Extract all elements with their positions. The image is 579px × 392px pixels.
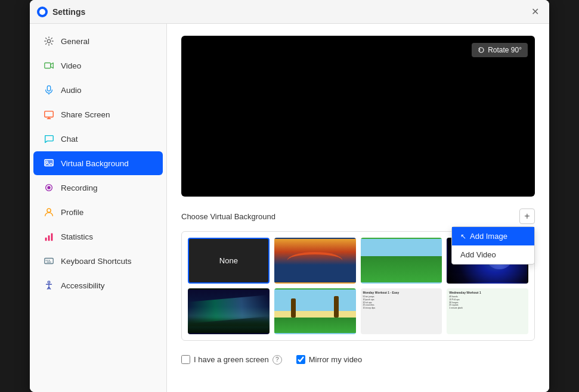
sidebar-item-video[interactable]: Video: [33, 54, 163, 77]
recording-icon: [43, 182, 55, 194]
sidebar-share-screen-label: Share Screen: [61, 110, 110, 119]
gear-icon: [43, 35, 55, 47]
green-screen-help-icon[interactable]: ?: [273, 355, 282, 365]
section-header: Choose Virtual Background + ↖ Add Image …: [181, 209, 535, 224]
sidebar-profile-label: Profile: [61, 208, 83, 217]
profile-icon: [43, 206, 55, 218]
svg-rect-11: [45, 238, 47, 241]
sidebar-item-statistics[interactable]: Statistics: [33, 225, 163, 248]
add-video-item[interactable]: Add Video: [452, 245, 534, 264]
sidebar-chat-label: Chat: [61, 135, 78, 144]
svg-point-10: [47, 209, 51, 212]
window-title: Settings: [52, 7, 85, 17]
green-screen-group: I have a green screen ?: [181, 355, 282, 365]
svg-rect-3: [47, 86, 50, 91]
rotate-button[interactable]: Rotate 90°: [472, 43, 528, 57]
sidebar-item-virtual-background[interactable]: Virtual Background: [33, 151, 163, 175]
title-bar-left: Settings: [37, 7, 85, 17]
background-workout2[interactable]: Wednesday Workout 1 40 bands 10 Pull-ups…: [447, 288, 528, 334]
statistics-icon: [43, 231, 55, 242]
add-background-button[interactable]: +: [519, 209, 535, 224]
keyboard-icon: [43, 255, 55, 267]
svg-point-1: [47, 39, 50, 42]
background-grass[interactable]: [361, 238, 442, 284]
share-screen-icon: [43, 108, 55, 120]
sidebar-audio-label: Audio: [61, 86, 82, 95]
settings-window: Settings ✕ General Video: [30, 0, 549, 392]
green-screen-label: I have a green screen: [194, 355, 269, 364]
none-label: None: [219, 256, 238, 265]
sidebar: General Video Audio Share Screen: [30, 24, 167, 392]
svg-rect-13: [51, 234, 53, 241]
mirror-group: Mirror my video: [296, 355, 363, 364]
sidebar-item-audio[interactable]: Audio: [33, 78, 163, 102]
mirror-video-label: Mirror my video: [309, 355, 363, 364]
svg-rect-14: [45, 259, 53, 264]
sidebar-statistics-label: Statistics: [61, 232, 93, 241]
add-btn-container: + ↖ Add Image Add Video: [519, 209, 535, 224]
svg-rect-5: [45, 111, 53, 117]
svg-rect-12: [48, 235, 50, 241]
cursor-icon: ↖: [460, 232, 466, 241]
sidebar-general-label: General: [61, 37, 89, 46]
sidebar-item-profile[interactable]: Profile: [33, 200, 163, 224]
sidebar-item-share-screen[interactable]: Share Screen: [33, 102, 163, 126]
sidebar-vbg-label: Virtual Background: [61, 159, 129, 168]
background-bridge[interactable]: [274, 238, 356, 284]
sidebar-keyboard-label: Keyboard Shortcuts: [61, 257, 132, 266]
background-workout1[interactable]: Monday Workout 1 - Easy 50 air jumps 10 …: [361, 288, 442, 334]
video-preview: Rotate 90°: [181, 36, 535, 197]
background-none[interactable]: None: [188, 238, 270, 284]
sidebar-item-keyboard-shortcuts[interactable]: Keyboard Shortcuts: [33, 249, 163, 273]
main-content: General Video Audio Share Screen: [30, 24, 549, 392]
close-button[interactable]: ✕: [528, 5, 542, 19]
sidebar-recording-label: Recording: [61, 183, 98, 192]
accessibility-icon: [43, 279, 55, 291]
audio-icon: [43, 84, 55, 96]
green-screen-checkbox[interactable]: [181, 355, 190, 364]
svg-point-9: [47, 186, 50, 189]
section-title: Choose Virtual Background: [181, 212, 275, 221]
background-beach[interactable]: [274, 288, 356, 334]
content-area: Rotate 90° Choose Virtual Background + ↖…: [167, 24, 549, 392]
background-aurora[interactable]: [188, 288, 270, 334]
chat-icon: [43, 133, 55, 145]
footer-controls: I have a green screen ? Mirror my video: [181, 353, 535, 365]
title-bar: Settings ✕: [30, 0, 549, 24]
app-icon: [37, 7, 48, 17]
add-image-item[interactable]: ↖ Add Image: [452, 227, 534, 245]
svg-point-0: [39, 9, 45, 15]
sidebar-item-recording[interactable]: Recording: [33, 176, 163, 200]
video-icon: [43, 60, 55, 71]
sidebar-item-general[interactable]: General: [33, 29, 163, 53]
mirror-video-checkbox[interactable]: [296, 355, 305, 364]
sidebar-video-label: Video: [61, 61, 81, 70]
sidebar-accessibility-label: Accessibility: [61, 281, 105, 290]
svg-rect-2: [45, 63, 51, 69]
sidebar-item-chat[interactable]: Chat: [33, 127, 163, 151]
virtual-background-icon: [43, 157, 55, 169]
sidebar-item-accessibility[interactable]: Accessibility: [33, 273, 163, 297]
svg-point-19: [48, 281, 50, 284]
add-background-dropdown: ↖ Add Image Add Video: [451, 226, 535, 265]
